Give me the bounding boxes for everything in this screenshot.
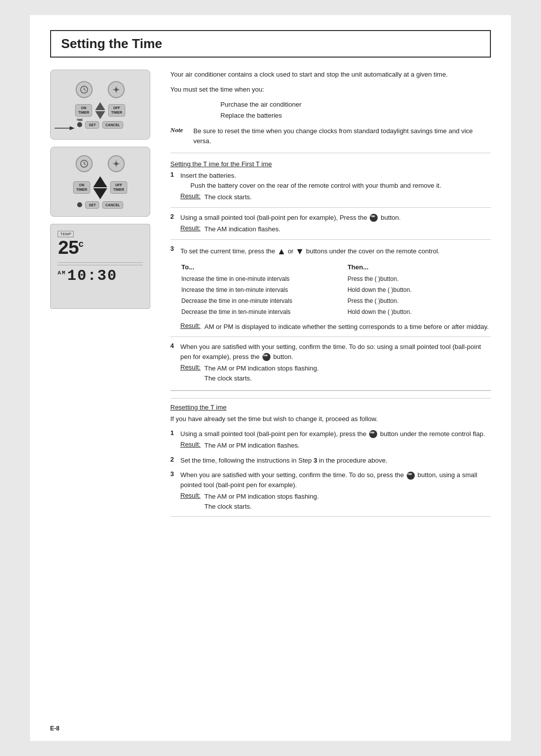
- arrow-down-1: [95, 111, 105, 119]
- step1-block: 1 Insert the batteries. Push the battery…: [170, 171, 491, 202]
- reset-step2-row: 2 Set the time, following the instructio…: [170, 456, 491, 466]
- lcd-temp-label: TEMP: [58, 231, 74, 237]
- set-button-2: SET: [85, 201, 99, 209]
- svg-line-2: [84, 90, 86, 91]
- fan-button: [108, 81, 125, 98]
- step1-num: 1: [170, 171, 177, 190]
- to-header: To...: [181, 263, 347, 273]
- remote-top-buttons-2: [76, 155, 125, 172]
- to-then-row-1: Increase the time in one-minute interval…: [181, 274, 500, 284]
- step3-num: 3: [170, 245, 177, 258]
- step4-result: Result: The AM or PM indication stops fl…: [180, 363, 491, 383]
- page-footer: E-8: [50, 725, 60, 732]
- on-timer-button: ONTIMER: [75, 104, 92, 117]
- step1-result-text: The clock starts.: [204, 192, 252, 202]
- step2-text: Using a small pointed tool (ball-point p…: [180, 213, 491, 223]
- page: Setting the Time ONTIMER: [30, 15, 511, 741]
- step1-text: Insert the batteries. Push the battery c…: [180, 171, 491, 190]
- step2-result: Result: The AM indication flashes.: [180, 224, 491, 234]
- set-button-1: SET: [85, 121, 99, 129]
- remote-diagram-1: ONTIMER OFFTIMER TIME SET CANCEL: [50, 70, 150, 140]
- to-cell-4: Decrease the time in ten-minute interval…: [181, 307, 347, 317]
- arrow-up-icon: ▲: [277, 246, 286, 256]
- note-section: Note Be sure to reset the time when you …: [170, 126, 491, 153]
- step4-num: 4: [170, 342, 177, 361]
- step1-result-label: Result:: [180, 192, 201, 202]
- to-then-row-2: Increase the time in ten-minute interval…: [181, 285, 500, 295]
- step2-result-text: The AM indication flashes.: [204, 224, 281, 234]
- intro-para1: Your air conditioner contains a clock us…: [170, 70, 491, 80]
- section2-intro: If you have already set the time but wis…: [170, 414, 491, 424]
- then-cell-4: Hold down the ( )button.: [348, 307, 500, 317]
- remote-diagram-2: ONTIMER OFFTIMER SET CANCEL: [50, 147, 150, 217]
- note-label: Note: [170, 126, 188, 146]
- reset-step3-result-text: The AM or PM indication stops flashing. …: [204, 492, 319, 511]
- note-text: Be sure to reset the time when you chang…: [193, 126, 491, 146]
- to-cell-1: Increase the time in one-minute interval…: [181, 274, 347, 284]
- resetting-section: Resetting the T ime If you have already …: [170, 398, 491, 517]
- reset-step3-result-label: Result:: [180, 492, 201, 511]
- time-icon-r1: TIME: [369, 430, 377, 438]
- then-header: Then...: [348, 263, 500, 273]
- step4-result-text: The AM or PM indication stops flashing. …: [204, 363, 319, 383]
- on-timer-button-2: ONTIMER: [73, 181, 90, 194]
- to-then-row-4: Decrease the time in ten-minute interval…: [181, 307, 500, 317]
- time-icon-2: TIME: [370, 214, 378, 222]
- to-cell-3: Decrease the time in one-minute interval…: [181, 296, 347, 306]
- step3-row: 3 To set the current time, press the ▲ o…: [170, 245, 491, 258]
- page-title: Setting the Time: [50, 30, 491, 58]
- cancel-button-1: CANCEL: [102, 121, 123, 129]
- step4-row: 4 When you are satisfied with your setti…: [170, 342, 491, 361]
- time-dot-1: TIME: [77, 122, 82, 127]
- svg-line-8: [84, 164, 86, 165]
- reset-step1-result: Result: The AM or PM indication flashes.: [180, 441, 491, 451]
- time-dot-2: [77, 202, 82, 207]
- remote-set-row-1: TIME SET CANCEL: [77, 121, 123, 129]
- lcd-time-value: AM10:30: [58, 267, 143, 284]
- lcd-temp-value: 25c: [58, 239, 143, 258]
- step1-result: Result: The clock starts.: [180, 192, 491, 202]
- time-icon-r3: TIME: [407, 472, 415, 480]
- off-timer-button-2: OFFTIMER: [110, 181, 127, 194]
- clock-button-2: [76, 155, 93, 172]
- reset-step2-num: 2: [170, 456, 177, 466]
- step3-result-text: AM or PM is displayed to indicate whethe…: [204, 322, 489, 332]
- step4-text: When you are satisfied with your setting…: [180, 342, 491, 361]
- reset-step1-result-text: The AM or PM indication flashes.: [204, 441, 300, 451]
- left-panel: ONTIMER OFFTIMER TIME SET CANCEL: [50, 70, 160, 517]
- bullet2: Replace the batteries: [220, 110, 491, 121]
- big-arrow-up: [93, 176, 107, 187]
- section1-title: Setting the T ime for the First T ime: [170, 160, 491, 168]
- right-panel: Your air conditioner contains a clock us…: [170, 70, 491, 517]
- big-arrow-down: [93, 188, 107, 199]
- arrow-down-icon: ▼: [296, 246, 305, 256]
- svg-marker-5: [70, 126, 75, 130]
- reset-step3-row: 3 When you are satisfied with your setti…: [170, 470, 491, 490]
- step3-block: 3 To set the current time, press the ▲ o…: [170, 245, 491, 332]
- clock-button: [76, 81, 93, 98]
- remote-top-buttons: [76, 81, 125, 98]
- time-icon-4: TIME: [262, 353, 270, 361]
- arrow-indicator: [55, 123, 75, 133]
- reset-step1-row: 1 Using a small pointed tool (ball-point…: [170, 429, 491, 439]
- to-cell-2: Increase the time in ten-minute interval…: [181, 285, 347, 295]
- reset-step1-block: 1 Using a small pointed tool (ball-point…: [170, 429, 491, 451]
- to-then-row-3: Decrease the time in one-minute interval…: [181, 296, 500, 306]
- reset-step1-result-label: Result:: [180, 441, 201, 451]
- step3-result: Result: AM or PM is displayed to indicat…: [180, 322, 491, 332]
- off-timer-button: OFFTIMER: [108, 104, 125, 117]
- reset-step2-text: Set the time, following the instructions…: [180, 456, 491, 466]
- intro-para2: You must set the time when you:: [170, 85, 491, 95]
- reset-step3-num: 3: [170, 470, 177, 490]
- step3-text: To set the current time, press the ▲ or …: [180, 245, 491, 258]
- fan-button-2: [108, 155, 125, 172]
- reset-step2-block: 2 Set the time, following the instructio…: [170, 456, 491, 466]
- remote-middle-row-1: ONTIMER OFFTIMER: [75, 102, 125, 119]
- content-area: ONTIMER OFFTIMER TIME SET CANCEL: [50, 70, 491, 517]
- to-then-table: To... Then... Increase the time in one-m…: [180, 262, 501, 318]
- step4-block: 4 When you are satisfied with your setti…: [170, 342, 491, 383]
- step3-result-label: Result:: [180, 322, 201, 332]
- arrow-up-1: [95, 102, 105, 110]
- reset-step3-block: 3 When you are satisfied with your setti…: [170, 470, 491, 511]
- step2-block: 2 Using a small pointed tool (ball-point…: [170, 213, 491, 234]
